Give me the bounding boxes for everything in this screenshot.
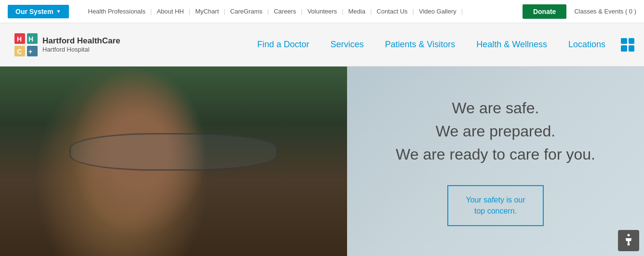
logo-text-area: Hartford HealthCare Hartford Hospital: [42, 36, 121, 53]
our-system-label: Our System: [15, 8, 54, 15]
nav-contact-us[interactable]: Contact Us: [372, 8, 412, 15]
logo-area: H H C + Hartford HealthCare Hartford Hos…: [14, 33, 140, 56]
separator-9: |: [461, 8, 463, 15]
classes-events-count: ( 0 ): [625, 8, 636, 15]
svg-point-8: [628, 234, 630, 236]
nav-volunteers[interactable]: Volunteers: [303, 8, 342, 15]
nav-patients-visitors[interactable]: Patients & Visitors: [374, 40, 466, 50]
nav-careers[interactable]: Careers: [269, 8, 301, 15]
hhc-logo-icon: H H C +: [14, 33, 38, 56]
nav-media[interactable]: Media: [343, 8, 370, 15]
svg-text:H: H: [28, 35, 33, 43]
glasses-detail: [69, 133, 278, 171]
chevron-down-icon: ▼: [56, 9, 61, 14]
hero-tagline: We are safe. We are prepared. We are rea…: [396, 96, 595, 166]
tagline-line1: We are safe.: [396, 96, 595, 120]
hero-section: We are safe. We are prepared. We are rea…: [0, 67, 644, 256]
svg-text:C: C: [17, 48, 22, 55]
logo-main-text: Hartford HealthCare: [42, 36, 121, 46]
main-navigation: Find a Doctor Services Patients & Visito…: [246, 38, 634, 52]
classes-events-label: Classes & Events: [574, 8, 623, 15]
grid-menu-icon[interactable]: [621, 38, 634, 52]
our-system-button[interactable]: Our System ▼: [8, 5, 69, 18]
hero-content: We are safe. We are prepared. We are rea…: [347, 67, 644, 256]
nav-find-doctor[interactable]: Find a Doctor: [246, 40, 320, 50]
safety-button[interactable]: Your safety is our top concern.: [447, 185, 544, 226]
logo-sub-text: Hartford Hospital: [42, 46, 121, 53]
tagline-line2: We are prepared.: [396, 120, 595, 143]
safety-btn-line1: Your safety is our: [466, 196, 525, 204]
nav-mychart[interactable]: MyChart: [190, 8, 224, 15]
classes-events-link[interactable]: Classes & Events ( 0 ): [574, 8, 636, 15]
nav-about-hh[interactable]: About HH: [152, 8, 188, 15]
accessibility-button[interactable]: [618, 230, 639, 251]
nav-locations[interactable]: Locations: [558, 40, 616, 50]
hero-image: [0, 67, 347, 256]
safety-btn-line2: top concern.: [474, 207, 517, 215]
nav-health-wellness[interactable]: Health & Wellness: [466, 40, 558, 50]
accessibility-icon: [621, 233, 636, 248]
nav-services[interactable]: Services: [320, 40, 374, 50]
main-header: H H C + Hartford HealthCare Hartford Hos…: [0, 23, 644, 67]
tagline-line3: We are ready to care for you.: [396, 143, 595, 166]
nav-caregrams[interactable]: CareGrams: [225, 8, 267, 15]
utility-bar: Our System ▼ Health Professionals | Abou…: [0, 0, 644, 23]
top-navigation: Health Professionals | About HH | MyChar…: [83, 8, 518, 15]
svg-text:+: +: [28, 48, 32, 55]
logo-svg: H H C +: [14, 33, 38, 56]
nav-video-gallery[interactable]: Video Gallery: [414, 8, 461, 15]
svg-text:H: H: [17, 35, 22, 43]
donate-button[interactable]: Donate: [523, 4, 566, 19]
nav-health-professionals[interactable]: Health Professionals: [83, 8, 150, 15]
top-bar: Our System ▼ Health Professionals | Abou…: [0, 0, 644, 23]
